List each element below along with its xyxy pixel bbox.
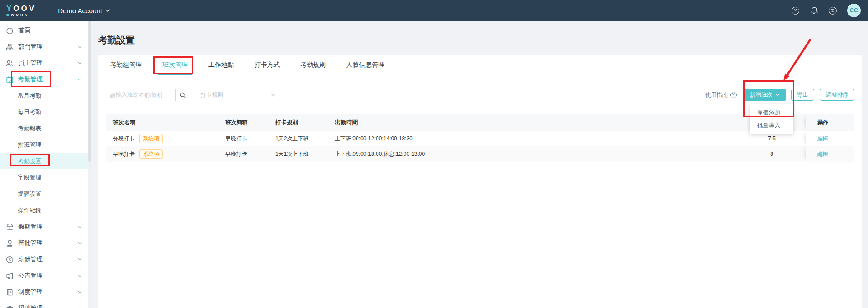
export-button[interactable]: 導出 [791,89,814,101]
search-button[interactable] [176,89,190,101]
yoov-logo: YYOOVOOV WORK [6,5,36,17]
edit-link[interactable]: 編輯 [817,135,828,143]
chevron-down-icon [776,94,780,96]
adjust-sort-button[interactable]: 調整排序 [820,89,854,101]
tab-face-info-management[interactable]: 人臉信息管理 [342,55,389,75]
chevron-down-icon [78,225,82,228]
tab-work-locations[interactable]: 工作地點 [204,55,238,75]
stamp-icon [6,239,14,247]
briefcase-icon [6,305,14,308]
menu-item-add-single[interactable]: 單個添加 [750,106,793,119]
sidebar-sub-shift-scheduling[interactable]: 排班管理 [0,137,88,153]
sidebar-sub-field-management[interactable]: 字段管理 [0,169,88,186]
org-chart-icon [6,43,14,51]
cell-work-time: 上下班:09:00-18:00,休息:12:00-13:00 [331,146,737,162]
cell-shift-name: 分段打卡 系統項 [106,131,222,146]
book-icon [6,288,14,296]
chevron-down-icon [78,291,82,293]
notifications-bell-icon[interactable] [810,6,818,15]
tab-shift-management[interactable]: 班次管理 [158,55,192,75]
magnifier-icon [179,92,186,99]
chevron-down-icon [78,274,82,277]
sidebar-item-employees[interactable]: 員工管理 [0,55,88,71]
logo-text-bottom: WORK [11,13,29,17]
logo-letter-y: Y [6,4,13,13]
menu-item-batch-import[interactable]: 批量導入 [750,119,793,132]
sidebar-sub-monthly-attendance[interactable]: 當月考勤 [0,88,88,104]
tab-attendance-rules[interactable]: 考勤規則 [296,55,330,75]
edit-link[interactable]: 編輯 [817,150,828,158]
chevron-down-icon [78,258,82,261]
sidebar-nav: 首頁 部門管理 員工管理 考勤管理 當月考勤 每日考勤 考勤報表 排班管理 考勤… [0,21,88,308]
sidebar-sub-attendance-report[interactable]: 考勤報表 [0,120,88,137]
sidebar-item-leave[interactable]: 假期管理 [0,219,88,235]
user-avatar[interactable]: CC [847,4,861,17]
chevron-down-icon [78,62,82,65]
tab-clock-in-methods[interactable]: 打卡方式 [250,55,284,75]
chevron-down-icon [78,242,82,244]
table-row: 分段打卡 系統項 早晚打卡 1天2次上下班 上下班:09:00-12:00;14… [106,131,854,146]
content-card: 考勤組管理 班次管理 工作地點 打卡方式 考勤規則 人臉信息管理 打卡規則 使用… [98,55,862,308]
account-label: Demo Account [58,7,102,15]
cell-hours: 8 [737,146,806,162]
sidebar-item-payroll[interactable]: $ 薪酬管理 [0,251,88,268]
cell-clock-rule: 1天1次上下班 [272,146,331,162]
dollar-circle-icon: $ [6,256,14,263]
sidebar-item-attendance[interactable]: 考勤管理 [0,71,88,88]
language-switch-icon[interactable]: 繁 [828,6,837,15]
cell-shift-name: 早晚打卡 系統項 [106,146,222,162]
table-row: 早晚打卡 系統項 早晚打卡 1天1次上下班 上下班:09:00-18:00,休息… [106,146,854,162]
megaphone-icon [6,272,14,280]
tab-bar: 考勤組管理 班次管理 工作地點 打卡方式 考勤規則 人臉信息管理 [98,55,862,75]
chevron-up-icon [78,78,82,81]
header-shift-short: 班次簡稱 [222,114,272,131]
vacation-umbrella-icon [6,223,14,231]
add-shift-dropdown-menu: 單個添加 批量導入 [750,104,793,134]
topbar: YYOOVOOV WORK Demo Account ? 繁 CC [0,0,868,21]
users-icon [6,60,14,67]
add-shift-button[interactable]: 新增班次 [744,89,786,101]
shift-search-input[interactable] [106,89,176,101]
chevron-down-icon [106,9,110,12]
header-clock-rule: 打卡規則 [272,114,331,131]
cell-work-time: 上下班:09:00-12:00;14:00-18:30 [331,131,737,146]
help-icon[interactable]: ? [791,6,800,15]
account-switcher[interactable]: Demo Account [58,7,110,15]
sidebar-item-approvals[interactable]: 審批管理 [0,235,88,251]
header-actions: 操作 [806,114,854,131]
shift-search-group [106,89,190,101]
bell-icon [810,6,818,15]
calendar-check-icon [6,76,14,84]
clock-rule-filter-select[interactable]: 打卡規則 [196,89,280,101]
question-circle-icon [730,92,737,98]
header-shift-name: 班次名稱 [106,114,222,131]
gauge-icon [6,27,14,35]
main-content: 考勤設置 考勤組管理 班次管理 工作地點 打卡方式 考勤規則 人臉信息管理 打卡… [91,21,868,308]
sidebar-item-policies[interactable]: 制度管理 [0,284,88,300]
sidebar-item-recruitment[interactable]: 招聘管理 [0,300,88,308]
cell-shift-short: 早晚打卡 [222,146,272,162]
chevron-down-icon [78,45,82,48]
table-header-row: 班次名稱 班次簡稱 打卡規則 出勤時間 操作 [106,114,854,131]
sidebar-item-announcements[interactable]: 公告管理 [0,268,88,284]
sidebar-item-home[interactable]: 首頁 [0,22,88,39]
tab-attendance-groups[interactable]: 考勤組管理 [106,55,146,75]
svg-text:$: $ [9,257,11,262]
toolbar: 打卡規則 使用指南 新增班次 導出 調整排序 [106,89,854,101]
sidebar-sub-daily-attendance[interactable]: 每日考勤 [0,104,88,120]
system-item-badge: 系統項 [139,134,163,143]
sidebar-sub-reminder-settings[interactable]: 提醒設置 [0,186,88,202]
sidebar-item-departments[interactable]: 部門管理 [0,39,88,55]
header-work-time: 出勤時間 [331,114,737,131]
sidebar-sub-attendance-settings[interactable]: 考勤設置 [0,153,88,169]
system-item-badge: 系統項 [139,149,163,159]
logo-dot-icon [6,14,9,16]
page-title: 考勤設置 [98,34,135,46]
cell-shift-short: 早晚打卡 [222,131,272,146]
usage-guide-link[interactable]: 使用指南 [705,91,737,99]
chevron-down-icon [271,94,275,96]
shift-table: 班次名稱 班次簡稱 打卡規則 出勤時間 操作 分段打卡 系統項 早晚打卡 1天2… [106,114,854,162]
cell-clock-rule: 1天2次上下班 [272,131,331,146]
topbar-actions: ? 繁 CC [791,4,861,17]
sidebar-sub-operation-log[interactable]: 操作紀錄 [0,202,88,219]
